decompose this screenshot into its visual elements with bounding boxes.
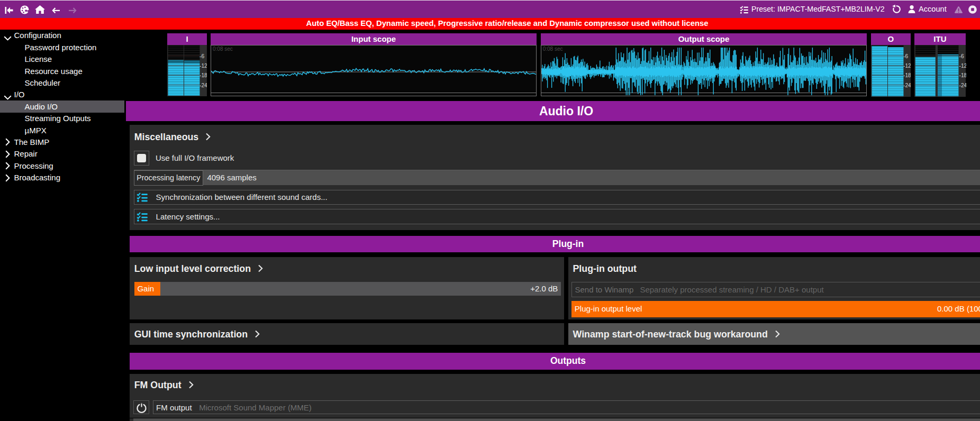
- svg-text:-6: -6: [903, 53, 908, 59]
- svg-text:-12: -12: [199, 63, 207, 69]
- svg-text:-24: -24: [199, 83, 207, 88]
- svg-text:-18: -18: [903, 72, 911, 78]
- svg-text:-6: -6: [199, 53, 204, 59]
- svg-text:-24: -24: [903, 83, 911, 88]
- svg-text:-12: -12: [959, 63, 966, 69]
- svg-text:-18: -18: [959, 72, 966, 78]
- svg-text:-18: -18: [199, 72, 207, 78]
- svg-text:-6: -6: [959, 53, 964, 59]
- svg-text:-12: -12: [903, 63, 911, 69]
- svg-text:-24: -24: [959, 83, 966, 88]
